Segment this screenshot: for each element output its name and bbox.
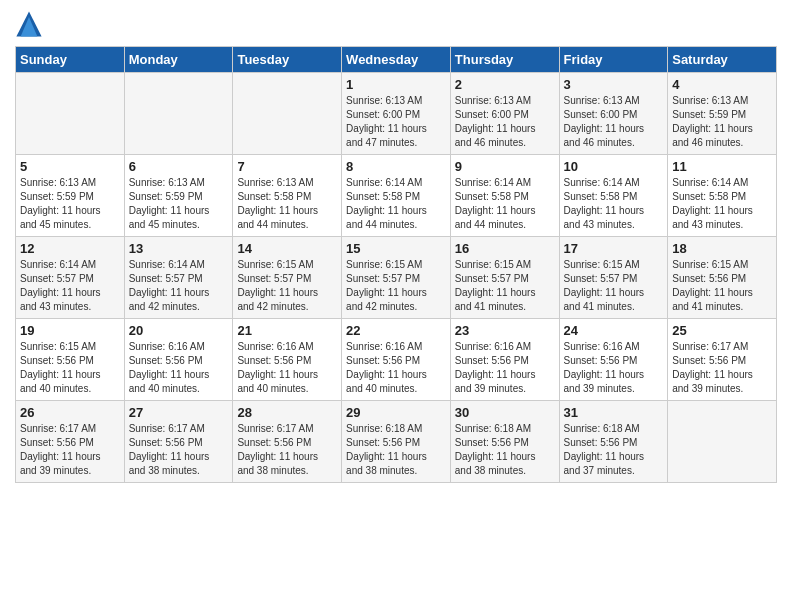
weekday-header-sunday: Sunday xyxy=(16,47,125,73)
calendar-day-1: 1Sunrise: 6:13 AM Sunset: 6:00 PM Daylig… xyxy=(342,73,451,155)
day-info: Sunrise: 6:14 AM Sunset: 5:57 PM Dayligh… xyxy=(20,258,120,314)
day-info: Sunrise: 6:17 AM Sunset: 5:56 PM Dayligh… xyxy=(672,340,772,396)
day-info: Sunrise: 6:18 AM Sunset: 5:56 PM Dayligh… xyxy=(346,422,446,478)
calendar-day-2: 2Sunrise: 6:13 AM Sunset: 6:00 PM Daylig… xyxy=(450,73,559,155)
logo-icon xyxy=(15,10,43,38)
day-info: Sunrise: 6:13 AM Sunset: 6:00 PM Dayligh… xyxy=(346,94,446,150)
day-number: 6 xyxy=(129,159,229,174)
calendar-day-9: 9Sunrise: 6:14 AM Sunset: 5:58 PM Daylig… xyxy=(450,155,559,237)
day-number: 21 xyxy=(237,323,337,338)
calendar-day-6: 6Sunrise: 6:13 AM Sunset: 5:59 PM Daylig… xyxy=(124,155,233,237)
calendar-day-3: 3Sunrise: 6:13 AM Sunset: 6:00 PM Daylig… xyxy=(559,73,668,155)
calendar-day-26: 26Sunrise: 6:17 AM Sunset: 5:56 PM Dayli… xyxy=(16,401,125,483)
day-number: 11 xyxy=(672,159,772,174)
day-number: 27 xyxy=(129,405,229,420)
day-info: Sunrise: 6:14 AM Sunset: 5:58 PM Dayligh… xyxy=(564,176,664,232)
day-info: Sunrise: 6:16 AM Sunset: 5:56 PM Dayligh… xyxy=(346,340,446,396)
day-info: Sunrise: 6:18 AM Sunset: 5:56 PM Dayligh… xyxy=(455,422,555,478)
day-info: Sunrise: 6:13 AM Sunset: 5:58 PM Dayligh… xyxy=(237,176,337,232)
calendar-day-7: 7Sunrise: 6:13 AM Sunset: 5:58 PM Daylig… xyxy=(233,155,342,237)
day-number: 4 xyxy=(672,77,772,92)
day-number: 20 xyxy=(129,323,229,338)
calendar-week-row: 5Sunrise: 6:13 AM Sunset: 5:59 PM Daylig… xyxy=(16,155,777,237)
calendar-day-21: 21Sunrise: 6:16 AM Sunset: 5:56 PM Dayli… xyxy=(233,319,342,401)
day-info: Sunrise: 6:18 AM Sunset: 5:56 PM Dayligh… xyxy=(564,422,664,478)
day-info: Sunrise: 6:15 AM Sunset: 5:56 PM Dayligh… xyxy=(20,340,120,396)
calendar-day-27: 27Sunrise: 6:17 AM Sunset: 5:56 PM Dayli… xyxy=(124,401,233,483)
calendar-empty-cell xyxy=(16,73,125,155)
day-info: Sunrise: 6:14 AM Sunset: 5:58 PM Dayligh… xyxy=(455,176,555,232)
calendar-table: SundayMondayTuesdayWednesdayThursdayFrid… xyxy=(15,46,777,483)
weekday-header-wednesday: Wednesday xyxy=(342,47,451,73)
day-info: Sunrise: 6:16 AM Sunset: 5:56 PM Dayligh… xyxy=(129,340,229,396)
day-info: Sunrise: 6:13 AM Sunset: 5:59 PM Dayligh… xyxy=(129,176,229,232)
day-number: 26 xyxy=(20,405,120,420)
logo xyxy=(15,10,47,38)
weekday-header-friday: Friday xyxy=(559,47,668,73)
calendar-day-16: 16Sunrise: 6:15 AM Sunset: 5:57 PM Dayli… xyxy=(450,237,559,319)
calendar-day-15: 15Sunrise: 6:15 AM Sunset: 5:57 PM Dayli… xyxy=(342,237,451,319)
day-number: 29 xyxy=(346,405,446,420)
calendar-day-28: 28Sunrise: 6:17 AM Sunset: 5:56 PM Dayli… xyxy=(233,401,342,483)
day-info: Sunrise: 6:16 AM Sunset: 5:56 PM Dayligh… xyxy=(564,340,664,396)
weekday-header-row: SundayMondayTuesdayWednesdayThursdayFrid… xyxy=(16,47,777,73)
day-number: 17 xyxy=(564,241,664,256)
day-info: Sunrise: 6:16 AM Sunset: 5:56 PM Dayligh… xyxy=(455,340,555,396)
calendar-week-row: 19Sunrise: 6:15 AM Sunset: 5:56 PM Dayli… xyxy=(16,319,777,401)
weekday-header-thursday: Thursday xyxy=(450,47,559,73)
day-number: 23 xyxy=(455,323,555,338)
day-info: Sunrise: 6:13 AM Sunset: 5:59 PM Dayligh… xyxy=(672,94,772,150)
day-number: 22 xyxy=(346,323,446,338)
day-number: 19 xyxy=(20,323,120,338)
day-number: 16 xyxy=(455,241,555,256)
day-number: 15 xyxy=(346,241,446,256)
day-info: Sunrise: 6:17 AM Sunset: 5:56 PM Dayligh… xyxy=(129,422,229,478)
calendar-day-14: 14Sunrise: 6:15 AM Sunset: 5:57 PM Dayli… xyxy=(233,237,342,319)
calendar-week-row: 26Sunrise: 6:17 AM Sunset: 5:56 PM Dayli… xyxy=(16,401,777,483)
day-info: Sunrise: 6:13 AM Sunset: 6:00 PM Dayligh… xyxy=(455,94,555,150)
day-number: 18 xyxy=(672,241,772,256)
day-info: Sunrise: 6:13 AM Sunset: 6:00 PM Dayligh… xyxy=(564,94,664,150)
day-number: 25 xyxy=(672,323,772,338)
calendar-day-13: 13Sunrise: 6:14 AM Sunset: 5:57 PM Dayli… xyxy=(124,237,233,319)
day-info: Sunrise: 6:15 AM Sunset: 5:56 PM Dayligh… xyxy=(672,258,772,314)
day-info: Sunrise: 6:15 AM Sunset: 5:57 PM Dayligh… xyxy=(455,258,555,314)
day-info: Sunrise: 6:15 AM Sunset: 5:57 PM Dayligh… xyxy=(346,258,446,314)
day-number: 30 xyxy=(455,405,555,420)
day-info: Sunrise: 6:14 AM Sunset: 5:58 PM Dayligh… xyxy=(672,176,772,232)
calendar-day-30: 30Sunrise: 6:18 AM Sunset: 5:56 PM Dayli… xyxy=(450,401,559,483)
calendar-empty-cell xyxy=(233,73,342,155)
calendar-day-17: 17Sunrise: 6:15 AM Sunset: 5:57 PM Dayli… xyxy=(559,237,668,319)
calendar-empty-cell xyxy=(124,73,233,155)
page: SundayMondayTuesdayWednesdayThursdayFrid… xyxy=(0,0,792,612)
day-info: Sunrise: 6:17 AM Sunset: 5:56 PM Dayligh… xyxy=(237,422,337,478)
calendar-day-8: 8Sunrise: 6:14 AM Sunset: 5:58 PM Daylig… xyxy=(342,155,451,237)
calendar-day-23: 23Sunrise: 6:16 AM Sunset: 5:56 PM Dayli… xyxy=(450,319,559,401)
day-number: 3 xyxy=(564,77,664,92)
day-number: 24 xyxy=(564,323,664,338)
day-info: Sunrise: 6:16 AM Sunset: 5:56 PM Dayligh… xyxy=(237,340,337,396)
day-number: 2 xyxy=(455,77,555,92)
day-number: 14 xyxy=(237,241,337,256)
day-number: 1 xyxy=(346,77,446,92)
day-number: 9 xyxy=(455,159,555,174)
weekday-header-monday: Monday xyxy=(124,47,233,73)
weekday-header-tuesday: Tuesday xyxy=(233,47,342,73)
calendar-day-18: 18Sunrise: 6:15 AM Sunset: 5:56 PM Dayli… xyxy=(668,237,777,319)
calendar-day-10: 10Sunrise: 6:14 AM Sunset: 5:58 PM Dayli… xyxy=(559,155,668,237)
calendar-day-31: 31Sunrise: 6:18 AM Sunset: 5:56 PM Dayli… xyxy=(559,401,668,483)
day-number: 28 xyxy=(237,405,337,420)
calendar-day-11: 11Sunrise: 6:14 AM Sunset: 5:58 PM Dayli… xyxy=(668,155,777,237)
calendar-day-5: 5Sunrise: 6:13 AM Sunset: 5:59 PM Daylig… xyxy=(16,155,125,237)
calendar-day-4: 4Sunrise: 6:13 AM Sunset: 5:59 PM Daylig… xyxy=(668,73,777,155)
day-info: Sunrise: 6:14 AM Sunset: 5:58 PM Dayligh… xyxy=(346,176,446,232)
calendar-day-29: 29Sunrise: 6:18 AM Sunset: 5:56 PM Dayli… xyxy=(342,401,451,483)
calendar-day-12: 12Sunrise: 6:14 AM Sunset: 5:57 PM Dayli… xyxy=(16,237,125,319)
calendar-empty-cell xyxy=(668,401,777,483)
day-info: Sunrise: 6:14 AM Sunset: 5:57 PM Dayligh… xyxy=(129,258,229,314)
day-number: 31 xyxy=(564,405,664,420)
calendar-day-22: 22Sunrise: 6:16 AM Sunset: 5:56 PM Dayli… xyxy=(342,319,451,401)
day-number: 8 xyxy=(346,159,446,174)
day-info: Sunrise: 6:13 AM Sunset: 5:59 PM Dayligh… xyxy=(20,176,120,232)
day-number: 13 xyxy=(129,241,229,256)
